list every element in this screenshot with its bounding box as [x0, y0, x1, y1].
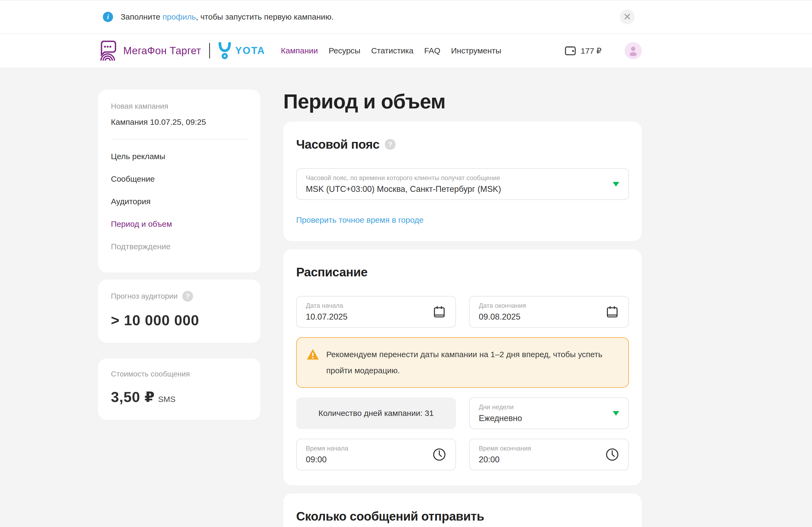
audience-forecast-card: Прогноз аудитории ? > 10 000 000 [98, 280, 260, 343]
nav-campaigns[interactable]: Кампании [281, 46, 318, 55]
megafon-target-logo[interactable]: МегаФон Таргет [98, 40, 201, 61]
steps-list: Цель рекламы Сообщение Аудитория Период … [111, 152, 248, 251]
schedule-heading: Расписание [296, 265, 629, 279]
price-amount: 3,50 ₽ [111, 389, 155, 405]
nav-tools[interactable]: Инструменты [451, 46, 501, 55]
start-date-label: Дата начала [306, 302, 427, 310]
start-date-field[interactable]: Дата начала 10.07.2025 [296, 296, 456, 328]
end-date-label: Дата окончания [479, 302, 600, 310]
question-icon[interactable]: ? [385, 139, 395, 150]
timezone-select-value: MSK (UTC+03:00) Москва, Санкт-Петербург … [306, 184, 606, 194]
weekdays-value: Ежедневно [479, 413, 606, 423]
balance-amount[interactable]: 177 ₽ [581, 46, 601, 56]
info-icon: i [103, 12, 113, 22]
step-message[interactable]: Сообщение [111, 175, 248, 183]
site-header: МегаФон Таргет YOTA Кампании Ресурсы Ста… [0, 34, 812, 67]
campaign-sidebar: Новая кампания Кампания 10.07.25, 09:25 … [98, 90, 260, 527]
check-city-time-link[interactable]: Проверить точное время в городе [296, 215, 423, 225]
forecast-value: > 10 000 000 [111, 312, 248, 328]
nav-resources[interactable]: Ресурсы [329, 46, 360, 55]
start-time-value: 09:00 [306, 455, 427, 465]
timezone-card: Часовой пояс ? Часовой пояс, по времени … [283, 122, 642, 241]
page-title: Период и объем [283, 90, 642, 113]
campaign-name: Кампания 10.07.25, 09:25 [111, 118, 248, 127]
calendar-icon[interactable] [605, 305, 619, 319]
clock-icon[interactable] [605, 448, 619, 462]
price-unit: SMS [158, 395, 176, 404]
warning-text: Рекомендуем перенести даты кампании на 1… [326, 346, 603, 379]
nav-statistics[interactable]: Статистика [371, 46, 414, 55]
main-nav: Кампании Ресурсы Статистика FAQ Инструме… [281, 46, 501, 55]
price-value: 3,50 ₽SMS [111, 389, 248, 405]
start-time-field[interactable]: Время начала 09:00 [296, 439, 456, 470]
step-goal[interactable]: Цель рекламы [111, 152, 248, 161]
end-time-field[interactable]: Время окончания 20:00 [469, 439, 629, 470]
clock-icon[interactable] [432, 448, 446, 462]
end-time-label: Время окончания [479, 445, 600, 452]
banner-message: Заполните профиль, чтобы запустить перву… [120, 12, 334, 21]
timezone-select[interactable]: Часовой пояс, по времени которого клиент… [296, 168, 629, 200]
start-time-label: Время начала [306, 445, 427, 452]
forecast-label: Прогноз аудитории [111, 292, 177, 301]
banner-text-before: Заполните [120, 12, 162, 21]
banner-text-after: , чтобы запустить первую кампанию. [196, 12, 334, 21]
brand-name: МегаФон Таргет [123, 45, 201, 57]
yota-logo[interactable]: YOTA [218, 42, 265, 59]
weekdays-label: Дни недели [479, 403, 606, 411]
weekdays-select[interactable]: Дни недели Ежедневно [469, 397, 629, 429]
end-date-value: 09.08.2025 [479, 312, 600, 322]
campaign-days-count: Количество дней кампании: 31 [296, 397, 456, 429]
chevron-down-icon [613, 182, 619, 186]
volume-heading: Сколько сообщений отправить [296, 509, 629, 524]
message-price-card: Стоимость сообщения 3,50 ₽SMS [98, 359, 260, 420]
user-icon [628, 45, 639, 56]
price-label: Стоимость сообщения [111, 370, 190, 378]
start-date-value: 10.07.2025 [306, 312, 427, 322]
campaign-steps-card: Новая кампания Кампания 10.07.25, 09:25 … [98, 90, 260, 273]
question-icon[interactable]: ? [182, 291, 193, 302]
timezone-heading: Часовой пояс [296, 137, 379, 152]
step-period-volume[interactable]: Период и объем [111, 220, 248, 229]
end-date-field[interactable]: Дата окончания 09.08.2025 [469, 296, 629, 328]
profile-link[interactable]: профиль [162, 12, 196, 21]
close-icon: ✕ [623, 12, 631, 22]
sidebar-divider [111, 139, 248, 139]
calendar-icon[interactable] [432, 305, 446, 319]
megafon-logo-icon [98, 40, 117, 61]
banner-close-button[interactable]: ✕ [620, 10, 635, 25]
chevron-down-icon [613, 411, 619, 416]
main-content: Период и объем Часовой пояс ? Часовой по… [283, 90, 642, 527]
warning-icon [306, 349, 319, 360]
brand-divider [209, 43, 210, 59]
campaign-label: Новая кампания [111, 102, 248, 110]
yota-name: YOTA [235, 45, 265, 56]
step-confirmation: Подтверждение [111, 242, 248, 251]
end-time-value: 20:00 [479, 455, 600, 465]
schedule-card: Расписание Дата начала 10.07.2025 Д [283, 249, 642, 485]
wallet-icon[interactable] [564, 45, 577, 57]
message-volume-card: Сколько сообщений отправить [283, 494, 642, 527]
yota-logo-icon [218, 42, 231, 59]
notification-banner: i Заполните профиль, чтобы запустить пер… [0, 0, 812, 34]
nav-faq[interactable]: FAQ [424, 46, 440, 55]
step-audience[interactable]: Аудитория [111, 197, 248, 206]
timezone-select-label: Часовой пояс, по времени которого клиент… [306, 174, 606, 182]
avatar[interactable] [625, 42, 642, 59]
moderation-warning: Рекомендуем перенести даты кампании на 1… [296, 337, 629, 388]
